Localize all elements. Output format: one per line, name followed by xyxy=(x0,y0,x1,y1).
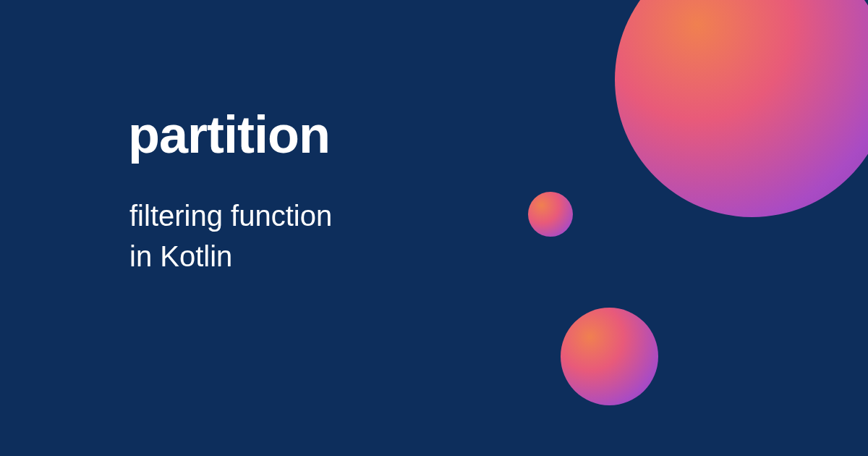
decorative-circle-small xyxy=(528,192,573,237)
subtitle-line-2: in Kotlin xyxy=(129,236,332,276)
decorative-circle-large xyxy=(615,0,868,217)
subtitle-line-1: filtering function xyxy=(129,195,332,236)
banner-container: partition filtering function in Kotlin xyxy=(0,0,868,456)
decorative-circle-medium xyxy=(561,308,658,405)
page-title: partition xyxy=(128,105,330,164)
page-subtitle: filtering function in Kotlin xyxy=(129,195,332,276)
